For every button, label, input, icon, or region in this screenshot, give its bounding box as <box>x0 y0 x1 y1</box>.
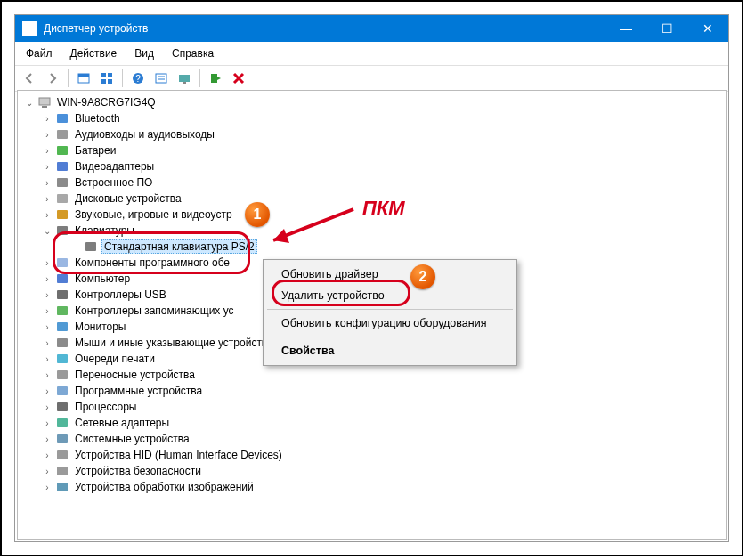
svg-rect-5 <box>108 79 112 84</box>
expand-icon[interactable]: › <box>41 338 53 348</box>
svg-rect-4 <box>101 79 106 84</box>
toolbar-separator <box>68 69 69 87</box>
ctx-update-driver[interactable]: Обновить драйвер <box>265 264 515 285</box>
tree-item[interactable]: ›Батареи <box>18 142 726 158</box>
tree-item-label: Компьютер <box>73 272 132 285</box>
minimize-button[interactable]: ― <box>605 15 646 42</box>
svg-rect-35 <box>57 418 68 427</box>
tree-root[interactable]: ⌄ WIN-9A8CRG7IG4Q <box>18 94 726 110</box>
device-icon <box>55 448 69 462</box>
update-driver-button[interactable] <box>205 68 226 89</box>
tree-item[interactable]: ›Устройства HID (Human Interface Devices… <box>18 447 726 463</box>
tree-item[interactable]: ›Процессоры <box>18 399 726 415</box>
tree-item[interactable]: ›Переносные устройства <box>18 367 726 383</box>
tree-item-label: Программные устройства <box>73 385 204 397</box>
expand-icon[interactable]: › <box>41 274 53 284</box>
toolbar-separator <box>199 69 200 87</box>
tree-item[interactable]: Стандартная клавиатура PS/2 <box>18 239 726 255</box>
expand-icon[interactable]: › <box>41 258 53 268</box>
tree-item-label: Контроллеры запоминающих ус <box>73 304 236 317</box>
tree-item[interactable]: ›Дисковые устройства <box>18 191 726 207</box>
context-menu: Обновить драйвер Удалить устройство Обно… <box>263 259 517 366</box>
expand-icon[interactable]: › <box>41 210 53 220</box>
device-icon <box>55 432 69 446</box>
back-button[interactable] <box>19 68 40 89</box>
view-button[interactable] <box>96 68 118 89</box>
close-button[interactable]: ✕ <box>687 15 728 42</box>
ctx-properties[interactable]: Свойства <box>265 340 515 361</box>
root-label: WIN-9A8CRG7IG4Q <box>55 96 158 109</box>
tree-item-label: Компоненты программного обе <box>73 256 231 269</box>
ctx-uninstall-device[interactable]: Удалить устройство <box>265 285 515 306</box>
tree-item-label: Клавиатуры <box>73 224 136 237</box>
device-icon <box>55 304 69 318</box>
device-icon <box>55 480 69 494</box>
expand-icon[interactable]: › <box>41 402 53 412</box>
device-icon <box>55 288 69 302</box>
show-hidden-button[interactable] <box>73 68 94 89</box>
tree-item[interactable]: ›Устройства безопасности <box>18 463 726 479</box>
svg-rect-31 <box>57 354 68 363</box>
expand-icon[interactable]: › <box>41 146 53 156</box>
expand-icon[interactable]: › <box>41 386 53 396</box>
tree-item-label: Дисковые устройства <box>73 192 183 205</box>
tree-item[interactable]: ›Программные устройства <box>18 383 726 399</box>
expand-icon[interactable]: › <box>41 434 53 444</box>
tree-item[interactable]: ›Аудиовходы и аудиовыходы <box>18 126 726 142</box>
expand-icon[interactable]: › <box>41 483 53 492</box>
maximize-button[interactable]: ☐ <box>646 15 687 42</box>
expand-icon[interactable]: ⌄ <box>23 98 36 108</box>
menu-view[interactable]: Вид <box>127 45 161 61</box>
ctx-separator <box>267 309 513 310</box>
scan-hardware-button[interactable] <box>174 68 195 89</box>
expand-icon[interactable]: › <box>41 467 53 476</box>
tree-item[interactable]: ›Сетевые адаптеры <box>18 415 726 431</box>
tree-item[interactable]: ›Устройства обработки изображений <box>18 479 726 495</box>
menu-file[interactable]: Файл <box>19 45 60 61</box>
svg-rect-39 <box>57 483 68 491</box>
ctx-scan-hardware[interactable]: Обновить конфигурацию оборудования <box>265 312 515 334</box>
expand-icon[interactable]: ⌄ <box>41 226 53 236</box>
tree-item-label: Аудиовходы и аудиовыходы <box>73 128 216 141</box>
expand-icon[interactable]: › <box>41 354 53 364</box>
properties-button[interactable] <box>150 68 172 89</box>
svg-rect-8 <box>156 74 166 83</box>
svg-rect-11 <box>179 75 190 82</box>
titlebar: Диспетчер устройств ― ☐ ✕ <box>15 15 728 42</box>
expand-icon[interactable]: › <box>41 162 53 172</box>
tree-item-label: Звуковые, игровые и видеоустр <box>73 208 234 221</box>
expand-icon[interactable]: › <box>41 194 53 204</box>
expand-icon[interactable]: › <box>41 114 53 124</box>
tree-item[interactable]: ›Bluetooth <box>18 110 726 126</box>
tree-item-label: Мыши и иные указывающие устройства <box>73 337 275 349</box>
help-button[interactable]: ? <box>127 68 149 89</box>
computer-icon <box>37 95 52 110</box>
svg-rect-13 <box>211 74 217 83</box>
expand-icon[interactable]: › <box>41 178 53 188</box>
svg-rect-38 <box>57 467 68 475</box>
tree-item-label: Встроенное ПО <box>73 176 154 189</box>
expand-icon[interactable]: › <box>41 306 53 316</box>
tree-item[interactable]: ⌄Клавиатуры <box>18 223 726 239</box>
uninstall-button[interactable] <box>228 68 249 89</box>
tree-item[interactable]: ›Встроенное ПО <box>18 174 726 191</box>
expand-icon[interactable]: › <box>41 290 53 300</box>
window-controls: ― ☐ ✕ <box>605 15 728 42</box>
tree-item-label: Сетевые адаптеры <box>73 417 171 429</box>
tree-item[interactable]: ›Звуковые, игровые и видеоустр <box>18 207 726 223</box>
expand-icon[interactable]: › <box>41 130 53 140</box>
expand-icon[interactable]: › <box>41 322 53 332</box>
tree-item[interactable]: ›Видеоадаптеры <box>18 158 726 174</box>
menu-help[interactable]: Справка <box>165 45 221 61</box>
menubar: Файл Действие Вид Справка <box>15 42 728 66</box>
screenshot: Диспетчер устройств ― ☐ ✕ Файл Действие … <box>0 0 743 556</box>
device-icon <box>55 416 69 430</box>
svg-rect-17 <box>57 130 68 139</box>
menu-action[interactable]: Действие <box>63 45 125 61</box>
tree-item-label: Процессоры <box>73 401 139 413</box>
tree-item[interactable]: ›Системные устройства <box>18 431 726 447</box>
forward-button[interactable] <box>42 68 63 89</box>
expand-icon[interactable]: › <box>41 370 53 380</box>
expand-icon[interactable]: › <box>41 418 53 428</box>
expand-icon[interactable]: › <box>41 450 53 460</box>
